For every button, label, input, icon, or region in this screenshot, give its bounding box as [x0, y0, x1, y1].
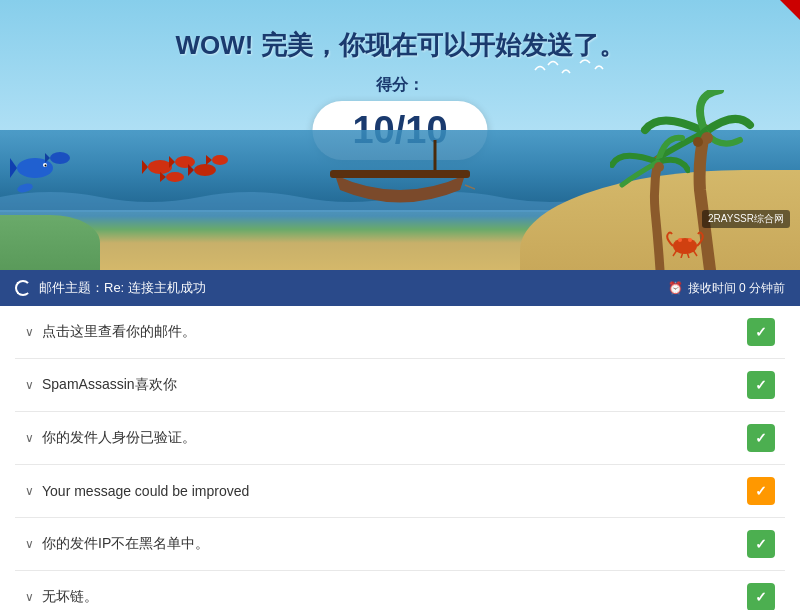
svg-point-15	[212, 155, 228, 165]
svg-point-26	[688, 238, 692, 242]
svg-marker-16	[206, 155, 212, 165]
svg-point-9	[175, 156, 195, 168]
svg-marker-1	[10, 158, 17, 178]
svg-marker-8	[142, 160, 148, 174]
check-label-4: 你的发件IP不在黑名单中。	[42, 535, 209, 553]
check-badge-4: ✓	[747, 530, 775, 558]
check-left-4: ∨ 你的发件IP不在黑名单中。	[25, 535, 209, 553]
svg-point-3	[45, 165, 47, 167]
check-badge-3: ✓	[747, 477, 775, 505]
header-bar: 邮件主题：Re: 连接主机成功 ⏰ 接收时间 0 分钟前	[0, 270, 800, 306]
chevron-icon-5: ∨	[25, 590, 34, 604]
check-label-0: 点击这里查看你的邮件。	[42, 323, 196, 341]
corner-badge	[780, 0, 800, 20]
refresh-icon[interactable]	[15, 280, 31, 296]
check-label-1: SpamAssassin喜欢你	[42, 376, 177, 394]
check-label-3: Your message could be improved	[42, 483, 249, 499]
chevron-icon-2: ∨	[25, 431, 34, 445]
svg-point-7	[148, 160, 172, 174]
svg-point-11	[194, 164, 216, 176]
check-item-1[interactable]: ∨ SpamAssassin喜欢你 ✓	[15, 359, 785, 412]
chevron-icon-0: ∨	[25, 325, 34, 339]
svg-rect-17	[330, 170, 470, 178]
check-badge-5: ✓	[747, 583, 775, 610]
svg-marker-10	[169, 156, 175, 168]
chevron-icon-3: ∨	[25, 484, 34, 498]
boat	[325, 135, 475, 215]
check-left-5: ∨ 无坏链。	[25, 588, 98, 606]
check-item-5[interactable]: ∨ 无坏链。 ✓	[15, 571, 785, 610]
svg-point-0	[17, 158, 53, 178]
chevron-icon-4: ∨	[25, 537, 34, 551]
check-badge-2: ✓	[747, 424, 775, 452]
check-badge-0: ✓	[747, 318, 775, 346]
subject-text: 邮件主题：Re: 连接主机成功	[39, 279, 206, 297]
svg-point-25	[678, 238, 682, 242]
check-badge-1: ✓	[747, 371, 775, 399]
clock-icon: ⏰	[668, 281, 683, 295]
main-content: ∨ 点击这里查看你的邮件。 ✓ ∨ SpamAssassin喜欢你 ✓ ∨ 你的…	[0, 306, 800, 610]
time-text: 接收时间 0 分钟前	[688, 280, 785, 297]
fish-school	[130, 142, 250, 192]
svg-line-27	[673, 250, 677, 256]
header-right: ⏰ 接收时间 0 分钟前	[668, 280, 785, 297]
score-label: 得分：	[312, 75, 487, 96]
check-left-0: ∨ 点击这里查看你的邮件。	[25, 323, 196, 341]
chevron-icon-1: ∨	[25, 378, 34, 392]
hero-title: WOW! 完美，你现在可以开始发送了。	[175, 28, 624, 63]
checks-container: ∨ 点击这里查看你的邮件。 ✓ ∨ SpamAssassin喜欢你 ✓ ∨ 你的…	[0, 306, 800, 610]
header-left: 邮件主题：Re: 连接主机成功	[15, 279, 206, 297]
check-label-2: 你的发件人身份已验证。	[42, 429, 196, 447]
svg-point-22	[693, 137, 703, 147]
svg-line-19	[465, 185, 475, 193]
svg-point-23	[654, 162, 664, 172]
check-item-3[interactable]: ∨ Your message could be improved ✓	[15, 465, 785, 518]
hero-section: WOW! 完美，你现在可以开始发送了。 得分： 10/10	[0, 0, 800, 270]
svg-point-13	[166, 172, 184, 182]
crab	[665, 228, 705, 258]
watermark: 2RAYSSR综合网	[702, 210, 790, 228]
grass-decoration	[0, 215, 100, 270]
check-item-4[interactable]: ∨ 你的发件IP不在黑名单中。 ✓	[15, 518, 785, 571]
fish-left	[10, 138, 90, 198]
check-item-2[interactable]: ∨ 你的发件人身份已验证。 ✓	[15, 412, 785, 465]
svg-point-4	[50, 152, 70, 164]
check-label-5: 无坏链。	[42, 588, 98, 606]
check-item-0[interactable]: ∨ 点击这里查看你的邮件。 ✓	[15, 306, 785, 359]
check-left-3: ∨ Your message could be improved	[25, 483, 249, 499]
svg-point-6	[16, 182, 34, 194]
svg-line-30	[693, 250, 697, 256]
check-left-2: ∨ 你的发件人身份已验证。	[25, 429, 196, 447]
check-left-1: ∨ SpamAssassin喜欢你	[25, 376, 177, 394]
